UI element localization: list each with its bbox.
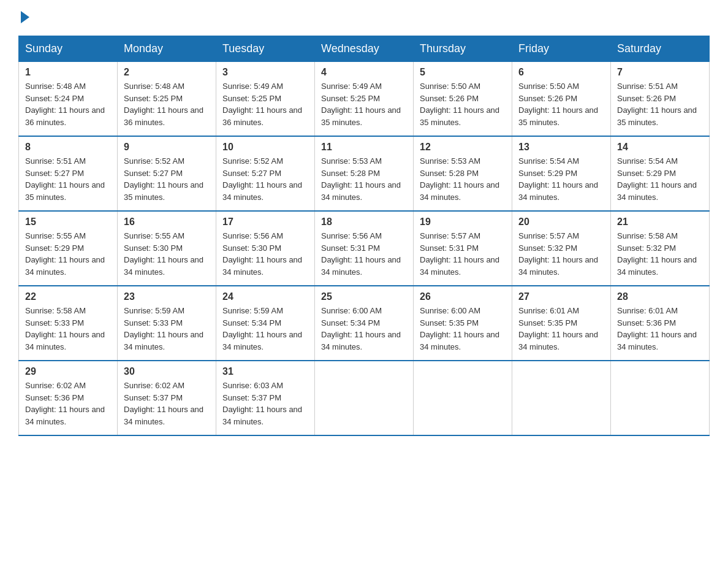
col-saturday: Saturday: [611, 36, 710, 62]
day-info: Sunrise: 5:54 AMSunset: 5:29 PMDaylight:…: [518, 156, 598, 202]
calendar-cell: 23Sunrise: 5:59 AMSunset: 5:33 PMDayligh…: [118, 286, 216, 361]
day-info: Sunrise: 5:55 AMSunset: 5:30 PMDaylight:…: [124, 231, 203, 277]
day-info: Sunrise: 5:58 AMSunset: 5:32 PMDaylight:…: [617, 231, 697, 277]
day-number: 12: [420, 142, 506, 153]
calendar-cell: 16Sunrise: 5:55 AMSunset: 5:30 PMDayligh…: [118, 211, 216, 286]
day-number: 17: [222, 216, 308, 228]
day-info: Sunrise: 5:48 AMSunset: 5:24 PMDaylight:…: [25, 82, 105, 127]
calendar-cell: [315, 361, 414, 435]
calendar-cell: 21Sunrise: 5:58 AMSunset: 5:32 PMDayligh…: [611, 211, 710, 286]
day-info: Sunrise: 5:48 AMSunset: 5:25 PMDaylight:…: [124, 82, 203, 127]
calendar-cell: 4Sunrise: 5:49 AMSunset: 5:25 PMDaylight…: [315, 62, 414, 137]
calendar-cell: 9Sunrise: 5:52 AMSunset: 5:27 PMDaylight…: [118, 136, 216, 211]
day-number: 31: [222, 366, 308, 377]
calendar-cell: 13Sunrise: 5:54 AMSunset: 5:29 PMDayligh…: [512, 136, 611, 211]
calendar-cell: 6Sunrise: 5:50 AMSunset: 5:26 PMDaylight…: [512, 62, 611, 137]
day-info: Sunrise: 5:57 AMSunset: 5:32 PMDaylight:…: [518, 231, 598, 277]
calendar-cell: 22Sunrise: 5:58 AMSunset: 5:33 PMDayligh…: [19, 286, 118, 361]
calendar-header: Sunday Monday Tuesday Wednesday Thursday…: [19, 36, 710, 62]
day-number: 27: [518, 291, 604, 302]
day-number: 14: [617, 142, 703, 153]
day-info: Sunrise: 5:57 AMSunset: 5:31 PMDaylight:…: [420, 231, 499, 277]
calendar-week-row: 15Sunrise: 5:55 AMSunset: 5:29 PMDayligh…: [19, 211, 710, 286]
calendar-week-row: 22Sunrise: 5:58 AMSunset: 5:33 PMDayligh…: [19, 286, 710, 361]
col-sunday: Sunday: [19, 36, 118, 62]
day-info: Sunrise: 5:52 AMSunset: 5:27 PMDaylight:…: [124, 156, 203, 202]
day-number: 2: [124, 67, 210, 78]
day-info: Sunrise: 6:00 AMSunset: 5:35 PMDaylight:…: [420, 306, 499, 351]
day-info: Sunrise: 5:59 AMSunset: 5:33 PMDaylight:…: [124, 306, 203, 351]
day-info: Sunrise: 6:01 AMSunset: 5:36 PMDaylight:…: [617, 306, 697, 351]
day-number: 23: [124, 291, 210, 302]
day-info: Sunrise: 6:00 AMSunset: 5:34 PMDaylight:…: [321, 306, 401, 351]
calendar-week-row: 1Sunrise: 5:48 AMSunset: 5:24 PMDaylight…: [19, 62, 710, 137]
calendar-cell: 19Sunrise: 5:57 AMSunset: 5:31 PMDayligh…: [414, 211, 512, 286]
day-info: Sunrise: 5:56 AMSunset: 5:30 PMDaylight:…: [222, 231, 302, 277]
day-info: Sunrise: 6:03 AMSunset: 5:37 PMDaylight:…: [222, 381, 302, 426]
calendar-cell: 20Sunrise: 5:57 AMSunset: 5:32 PMDayligh…: [512, 211, 611, 286]
day-info: Sunrise: 5:51 AMSunset: 5:26 PMDaylight:…: [617, 82, 697, 127]
day-info: Sunrise: 5:49 AMSunset: 5:25 PMDaylight:…: [321, 82, 401, 127]
calendar-cell: [611, 361, 710, 435]
day-number: 6: [518, 67, 604, 78]
day-info: Sunrise: 5:53 AMSunset: 5:28 PMDaylight:…: [420, 156, 499, 202]
logo-blue-text: [18, 12, 29, 23]
calendar-cell: 27Sunrise: 6:01 AMSunset: 5:35 PMDayligh…: [512, 286, 611, 361]
day-number: 15: [25, 216, 111, 228]
calendar-cell: 5Sunrise: 5:50 AMSunset: 5:26 PMDaylight…: [414, 62, 512, 137]
day-info: Sunrise: 5:50 AMSunset: 5:26 PMDaylight:…: [420, 82, 499, 127]
day-number: 11: [321, 142, 407, 153]
calendar-table: Sunday Monday Tuesday Wednesday Thursday…: [18, 36, 710, 436]
day-number: 24: [222, 291, 308, 302]
calendar-cell: 10Sunrise: 5:52 AMSunset: 5:27 PMDayligh…: [216, 136, 315, 211]
day-info: Sunrise: 5:56 AMSunset: 5:31 PMDaylight:…: [321, 231, 401, 277]
day-number: 9: [124, 142, 210, 153]
calendar-cell: 31Sunrise: 6:03 AMSunset: 5:37 PMDayligh…: [216, 361, 315, 435]
day-info: Sunrise: 5:55 AMSunset: 5:29 PMDaylight:…: [25, 231, 105, 277]
calendar-cell: 24Sunrise: 5:59 AMSunset: 5:34 PMDayligh…: [216, 286, 315, 361]
calendar-cell: [414, 361, 512, 435]
day-info: Sunrise: 6:02 AMSunset: 5:37 PMDaylight:…: [124, 381, 203, 426]
day-number: 26: [420, 291, 506, 302]
day-number: 3: [222, 67, 308, 78]
calendar-cell: [512, 361, 611, 435]
col-friday: Friday: [512, 36, 611, 62]
calendar-cell: 12Sunrise: 5:53 AMSunset: 5:28 PMDayligh…: [414, 136, 512, 211]
day-info: Sunrise: 5:58 AMSunset: 5:33 PMDaylight:…: [25, 306, 105, 351]
day-number: 19: [420, 216, 506, 228]
day-number: 8: [25, 142, 111, 153]
day-number: 28: [617, 291, 703, 302]
calendar-cell: 26Sunrise: 6:00 AMSunset: 5:35 PMDayligh…: [414, 286, 512, 361]
calendar-cell: 8Sunrise: 5:51 AMSunset: 5:27 PMDaylight…: [19, 136, 118, 211]
day-number: 30: [124, 366, 210, 377]
day-number: 7: [617, 67, 703, 78]
calendar-cell: 30Sunrise: 6:02 AMSunset: 5:37 PMDayligh…: [118, 361, 216, 435]
calendar-cell: 25Sunrise: 6:00 AMSunset: 5:34 PMDayligh…: [315, 286, 414, 361]
day-number: 25: [321, 291, 407, 302]
day-info: Sunrise: 5:49 AMSunset: 5:25 PMDaylight:…: [222, 82, 302, 127]
calendar-cell: 3Sunrise: 5:49 AMSunset: 5:25 PMDaylight…: [216, 62, 315, 137]
day-info: Sunrise: 5:54 AMSunset: 5:29 PMDaylight:…: [617, 156, 697, 202]
calendar-body: 1Sunrise: 5:48 AMSunset: 5:24 PMDaylight…: [19, 62, 710, 436]
calendar-cell: 29Sunrise: 6:02 AMSunset: 5:36 PMDayligh…: [19, 361, 118, 435]
logo-arrow-icon: [21, 11, 29, 23]
calendar-cell: 17Sunrise: 5:56 AMSunset: 5:30 PMDayligh…: [216, 211, 315, 286]
day-info: Sunrise: 5:52 AMSunset: 5:27 PMDaylight:…: [222, 156, 302, 202]
col-monday: Monday: [118, 36, 216, 62]
day-info: Sunrise: 5:53 AMSunset: 5:28 PMDaylight:…: [321, 156, 401, 202]
calendar-cell: 11Sunrise: 5:53 AMSunset: 5:28 PMDayligh…: [315, 136, 414, 211]
day-number: 5: [420, 67, 506, 78]
logo: [18, 12, 29, 23]
day-number: 20: [518, 216, 604, 228]
col-thursday: Thursday: [414, 36, 512, 62]
day-number: 13: [518, 142, 604, 153]
header-row: Sunday Monday Tuesday Wednesday Thursday…: [19, 36, 710, 62]
calendar-cell: 18Sunrise: 5:56 AMSunset: 5:31 PMDayligh…: [315, 211, 414, 286]
col-tuesday: Tuesday: [216, 36, 315, 62]
calendar-cell: 2Sunrise: 5:48 AMSunset: 5:25 PMDaylight…: [118, 62, 216, 137]
day-info: Sunrise: 5:51 AMSunset: 5:27 PMDaylight:…: [25, 156, 105, 202]
day-info: Sunrise: 5:59 AMSunset: 5:34 PMDaylight:…: [222, 306, 302, 351]
day-number: 1: [25, 67, 111, 78]
day-number: 4: [321, 67, 407, 78]
day-number: 22: [25, 291, 111, 302]
